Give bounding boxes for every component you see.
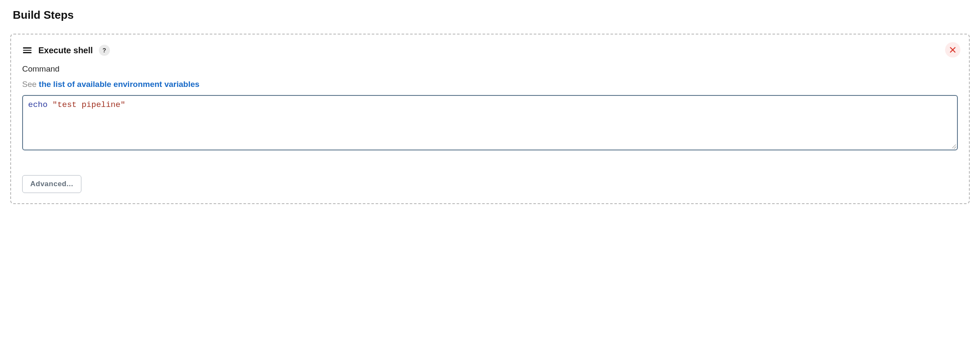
close-icon (949, 46, 956, 53)
section-title: Build Steps (13, 9, 970, 22)
env-vars-hint: See the list of available environment va… (22, 80, 958, 89)
drag-handle-icon[interactable] (22, 46, 32, 54)
help-icon[interactable]: ? (99, 45, 110, 56)
code-token-command: echo (28, 100, 48, 109)
remove-step-button[interactable] (945, 42, 960, 58)
code-token-string: "test pipeline" (52, 100, 125, 109)
step-title: Execute shell (38, 46, 93, 55)
env-vars-link[interactable]: the list of available environment variab… (39, 80, 199, 89)
resize-handle-icon[interactable] (950, 143, 956, 149)
build-step-card: Execute shell ? Command See the list of … (10, 34, 970, 204)
step-header: Execute shell ? (22, 45, 958, 56)
command-label: Command (22, 64, 958, 74)
advanced-button[interactable]: Advanced... (22, 175, 81, 193)
hint-prefix: See (22, 80, 39, 89)
command-editor[interactable]: echo "test pipeline" (22, 95, 958, 150)
